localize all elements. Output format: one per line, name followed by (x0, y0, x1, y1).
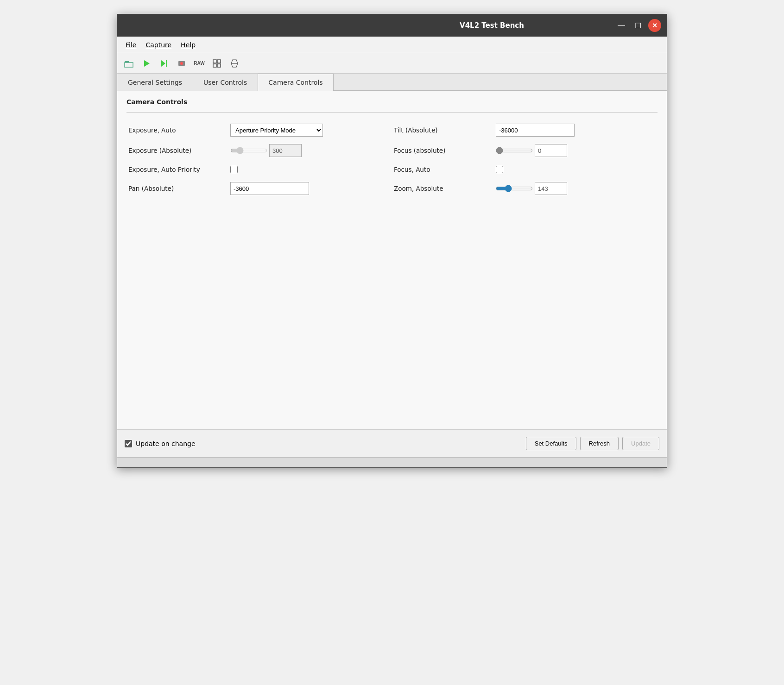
toolbar-open-button[interactable] (121, 56, 137, 71)
menu-help-label: Help (181, 41, 196, 49)
controls-right-column: Tilt (Absolute) Focus (absolute) Focus, … (392, 120, 658, 199)
window-title: V4L2 Test Bench (369, 21, 615, 30)
close-button[interactable]: ✕ (648, 19, 661, 32)
exposure-auto-priority-label: Exposure, Auto Priority (128, 166, 230, 173)
tabs: General Settings User Controls Camera Co… (117, 74, 667, 91)
control-row-exposure-absolute: Exposure (Absolute) (126, 140, 392, 161)
toolbar-stepforward-button[interactable] (156, 56, 172, 71)
maximize-button[interactable]: ☐ (632, 19, 645, 32)
main-content: Camera Controls Exposure, Auto Manual Mo… (117, 91, 667, 429)
toolbar-play-button[interactable] (139, 56, 154, 71)
menubar: File Capture Help (117, 37, 667, 53)
zoom-absolute-label: Zoom, Absolute (394, 185, 496, 192)
record-icon (177, 58, 187, 69)
raw-label: RAW (194, 61, 204, 66)
play-icon (141, 58, 152, 69)
exposure-auto-label: Exposure, Auto (128, 126, 230, 134)
footer-right: Set Defaults Refresh Update (526, 437, 659, 450)
menu-help[interactable]: Help (176, 39, 200, 50)
zoom-icon (212, 58, 222, 69)
svg-rect-9 (217, 64, 221, 67)
control-row-focus-auto: Focus, Auto (392, 161, 658, 178)
focus-auto-widget (496, 166, 503, 173)
exposure-auto-priority-widget (230, 166, 238, 173)
statusbar (117, 457, 667, 467)
tilt-absolute-input[interactable] (496, 124, 575, 137)
focus-absolute-widget (496, 144, 567, 157)
update-on-change-label: Update on change (136, 440, 196, 447)
titlebar-buttons: — ☐ ✕ (615, 19, 661, 32)
tilt-absolute-label: Tilt (Absolute) (394, 126, 496, 134)
focus-absolute-label: Focus (absolute) (394, 147, 496, 154)
toolbar: RAW (117, 53, 667, 74)
toolbar-zoom-button[interactable] (209, 56, 225, 71)
update-on-change-checkbox[interactable] (125, 440, 132, 447)
exposure-absolute-value[interactable] (269, 144, 302, 157)
pan-absolute-input[interactable] (230, 182, 309, 195)
minimize-button[interactable]: — (615, 19, 628, 32)
tilt-absolute-widget (496, 124, 575, 137)
exposure-absolute-slider[interactable] (230, 146, 267, 155)
section-divider (126, 112, 658, 113)
menu-capture-label: Capture (145, 41, 171, 49)
titlebar: V4L2 Test Bench — ☐ ✕ (117, 14, 667, 37)
control-row-focus-absolute: Focus (absolute) (392, 140, 658, 161)
refresh-button[interactable]: Refresh (580, 437, 619, 450)
tab-camera-controls-label: Camera Controls (268, 79, 322, 86)
focus-absolute-slider[interactable] (496, 146, 533, 155)
zoom-absolute-widget (496, 182, 567, 195)
svg-point-5 (180, 62, 183, 65)
zoom-absolute-slider[interactable] (496, 184, 533, 193)
toolbar-raw-button[interactable]: RAW (191, 56, 207, 71)
tab-general-settings[interactable]: General Settings (117, 74, 193, 91)
exposure-absolute-label: Exposure (Absolute) (128, 147, 230, 154)
main-window: V4L2 Test Bench — ☐ ✕ File Capture Help (117, 14, 667, 468)
control-row-tilt-absolute: Tilt (Absolute) (392, 120, 658, 140)
controls-grid: Exposure, Auto Manual Mode Auto Mode Shu… (126, 120, 658, 199)
menu-file[interactable]: File (121, 39, 141, 50)
footer: Update on change Set Defaults Refresh Up… (117, 429, 667, 457)
focus-absolute-value[interactable] (535, 144, 567, 157)
svg-rect-3 (166, 60, 167, 67)
control-row-pan-absolute: Pan (Absolute) (126, 178, 392, 199)
update-button[interactable]: Update (622, 437, 659, 450)
svg-rect-7 (217, 60, 221, 63)
tab-user-controls[interactable]: User Controls (193, 74, 258, 91)
exposure-auto-widget: Manual Mode Auto Mode Shutter Priority M… (230, 124, 323, 137)
settings-icon (229, 58, 240, 69)
control-row-zoom-absolute: Zoom, Absolute (392, 178, 658, 199)
svg-rect-8 (213, 64, 216, 67)
control-row-exposure-auto-priority: Exposure, Auto Priority (126, 161, 392, 178)
tab-user-controls-label: User Controls (203, 79, 247, 86)
footer-left: Update on change (125, 440, 196, 447)
exposure-absolute-widget (230, 144, 302, 157)
toolbar-settings-button[interactable] (227, 56, 242, 71)
focus-auto-label: Focus, Auto (394, 166, 496, 173)
svg-marker-1 (144, 60, 150, 67)
set-defaults-button[interactable]: Set Defaults (526, 437, 576, 450)
pan-absolute-label: Pan (Absolute) (128, 185, 230, 192)
tab-camera-controls[interactable]: Camera Controls (258, 74, 333, 91)
tab-general-settings-label: General Settings (128, 79, 182, 86)
control-row-exposure-auto: Exposure, Auto Manual Mode Auto Mode Shu… (126, 120, 392, 140)
open-icon (124, 58, 134, 69)
menu-capture[interactable]: Capture (141, 39, 176, 50)
toolbar-record-button[interactable] (174, 56, 190, 71)
section-title: Camera Controls (126, 98, 658, 106)
exposure-auto-select[interactable]: Manual Mode Auto Mode Shutter Priority M… (230, 124, 323, 137)
svg-rect-6 (213, 60, 216, 63)
svg-marker-2 (161, 60, 165, 67)
zoom-absolute-value[interactable] (535, 182, 567, 195)
focus-auto-checkbox[interactable] (496, 166, 503, 173)
controls-left-column: Exposure, Auto Manual Mode Auto Mode Shu… (126, 120, 392, 199)
menu-file-label: File (126, 41, 136, 49)
exposure-auto-priority-checkbox[interactable] (230, 166, 238, 173)
pan-absolute-widget (230, 182, 309, 195)
step-forward-icon (159, 58, 169, 69)
